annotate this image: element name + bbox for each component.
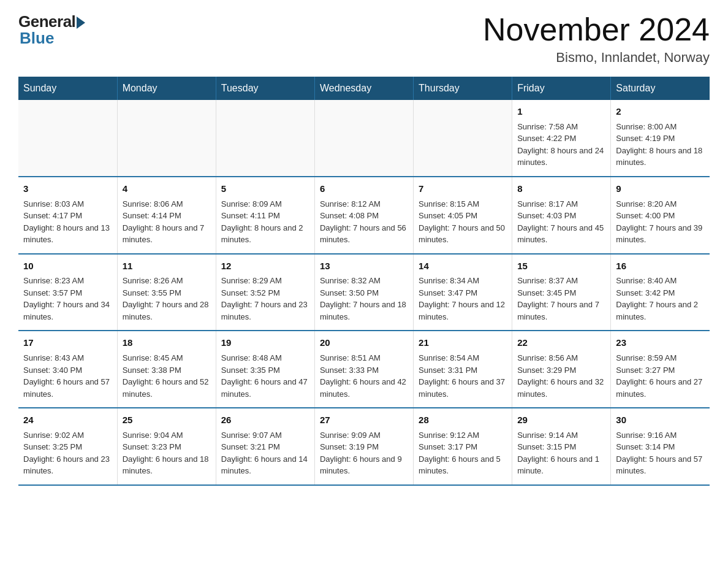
header-day-wednesday: Wednesday xyxy=(314,77,413,100)
day-number: 17 xyxy=(23,336,112,350)
calendar-cell: 11Sunrise: 8:26 AMSunset: 3:55 PMDayligh… xyxy=(117,254,216,331)
day-number: 27 xyxy=(320,413,408,427)
day-info: Sunrise: 8:20 AMSunset: 4:00 PMDaylight:… xyxy=(616,198,705,246)
calendar-cell: 12Sunrise: 8:29 AMSunset: 3:52 PMDayligh… xyxy=(216,254,314,331)
day-info: Sunrise: 8:51 AMSunset: 3:33 PMDaylight:… xyxy=(320,352,408,400)
calendar-week-4: 17Sunrise: 8:43 AMSunset: 3:40 PMDayligh… xyxy=(18,331,710,408)
day-number: 11 xyxy=(123,259,211,273)
calendar-week-5: 24Sunrise: 9:02 AMSunset: 3:25 PMDayligh… xyxy=(18,408,710,485)
day-info: Sunrise: 8:45 AMSunset: 3:38 PMDaylight:… xyxy=(123,352,211,400)
day-number: 24 xyxy=(23,413,112,427)
calendar-cell: 16Sunrise: 8:40 AMSunset: 3:42 PMDayligh… xyxy=(611,254,710,331)
calendar-cell: 23Sunrise: 8:59 AMSunset: 3:27 PMDayligh… xyxy=(611,331,710,408)
day-info: Sunrise: 8:03 AMSunset: 4:17 PMDaylight:… xyxy=(23,198,112,246)
day-info: Sunrise: 8:59 AMSunset: 3:27 PMDaylight:… xyxy=(616,352,705,400)
day-number: 5 xyxy=(221,182,309,196)
day-number: 10 xyxy=(23,259,112,273)
calendar-cell xyxy=(18,100,117,177)
day-info: Sunrise: 9:07 AMSunset: 3:21 PMDaylight:… xyxy=(221,429,309,477)
header-day-saturday: Saturday xyxy=(611,77,710,100)
header-day-sunday: Sunday xyxy=(18,77,117,100)
day-number: 30 xyxy=(616,413,705,427)
calendar-cell: 15Sunrise: 8:37 AMSunset: 3:45 PMDayligh… xyxy=(512,254,611,331)
day-info: Sunrise: 8:29 AMSunset: 3:52 PMDaylight:… xyxy=(221,275,309,323)
calendar-cell: 2Sunrise: 8:00 AMSunset: 4:19 PMDaylight… xyxy=(611,100,710,177)
calendar-cell: 28Sunrise: 9:12 AMSunset: 3:17 PMDayligh… xyxy=(414,408,512,485)
day-number: 23 xyxy=(616,336,705,350)
day-info: Sunrise: 8:15 AMSunset: 4:05 PMDaylight:… xyxy=(419,198,507,246)
calendar-cell: 3Sunrise: 8:03 AMSunset: 4:17 PMDaylight… xyxy=(18,177,117,254)
calendar-cell: 9Sunrise: 8:20 AMSunset: 4:00 PMDaylight… xyxy=(611,177,710,254)
calendar-cell: 14Sunrise: 8:34 AMSunset: 3:47 PMDayligh… xyxy=(414,254,512,331)
calendar-cell: 6Sunrise: 8:12 AMSunset: 4:08 PMDaylight… xyxy=(314,177,413,254)
day-info: Sunrise: 8:00 AMSunset: 4:19 PMDaylight:… xyxy=(616,121,705,169)
calendar-week-2: 3Sunrise: 8:03 AMSunset: 4:17 PMDaylight… xyxy=(18,177,710,254)
day-number: 2 xyxy=(616,105,705,118)
calendar-cell: 30Sunrise: 9:16 AMSunset: 3:14 PMDayligh… xyxy=(611,408,710,485)
calendar-cell xyxy=(314,100,413,177)
day-number: 20 xyxy=(320,336,408,350)
day-number: 13 xyxy=(320,259,408,273)
day-number: 7 xyxy=(419,182,507,196)
calendar-cell: 24Sunrise: 9:02 AMSunset: 3:25 PMDayligh… xyxy=(18,408,117,485)
day-info: Sunrise: 8:56 AMSunset: 3:29 PMDaylight:… xyxy=(517,352,605,400)
day-number: 28 xyxy=(419,413,507,427)
calendar-cell xyxy=(117,100,216,177)
day-number: 8 xyxy=(517,182,605,196)
calendar-cell: 19Sunrise: 8:48 AMSunset: 3:35 PMDayligh… xyxy=(216,331,314,408)
calendar-cell: 1Sunrise: 7:58 AMSunset: 4:22 PMDaylight… xyxy=(512,100,611,177)
day-number: 22 xyxy=(517,336,605,350)
day-info: Sunrise: 8:48 AMSunset: 3:35 PMDaylight:… xyxy=(221,352,309,400)
title-block: November 2024 Bismo, Innlandet, Norway xyxy=(483,12,710,66)
logo: General Blue xyxy=(18,12,85,48)
calendar-header-row: SundayMondayTuesdayWednesdayThursdayFrid… xyxy=(18,77,710,100)
day-number: 14 xyxy=(419,259,507,273)
day-info: Sunrise: 8:43 AMSunset: 3:40 PMDaylight:… xyxy=(23,352,112,400)
calendar-cell: 20Sunrise: 8:51 AMSunset: 3:33 PMDayligh… xyxy=(314,331,413,408)
calendar-week-3: 10Sunrise: 8:23 AMSunset: 3:57 PMDayligh… xyxy=(18,254,710,331)
day-number: 19 xyxy=(221,336,309,350)
day-number: 26 xyxy=(221,413,309,427)
location-title: Bismo, Innlandet, Norway xyxy=(483,50,710,66)
day-info: Sunrise: 8:26 AMSunset: 3:55 PMDaylight:… xyxy=(123,275,211,323)
day-info: Sunrise: 9:12 AMSunset: 3:17 PMDaylight:… xyxy=(419,429,507,477)
calendar-cell xyxy=(216,100,314,177)
day-info: Sunrise: 9:04 AMSunset: 3:23 PMDaylight:… xyxy=(123,429,211,477)
calendar-cell: 10Sunrise: 8:23 AMSunset: 3:57 PMDayligh… xyxy=(18,254,117,331)
calendar-cell: 18Sunrise: 8:45 AMSunset: 3:38 PMDayligh… xyxy=(117,331,216,408)
day-number: 6 xyxy=(320,182,408,196)
calendar-cell: 8Sunrise: 8:17 AMSunset: 4:03 PMDaylight… xyxy=(512,177,611,254)
day-info: Sunrise: 9:16 AMSunset: 3:14 PMDaylight:… xyxy=(616,429,705,477)
calendar-cell: 4Sunrise: 8:06 AMSunset: 4:14 PMDaylight… xyxy=(117,177,216,254)
calendar-week-1: 1Sunrise: 7:58 AMSunset: 4:22 PMDaylight… xyxy=(18,100,710,177)
day-info: Sunrise: 8:34 AMSunset: 3:47 PMDaylight:… xyxy=(419,275,507,323)
day-info: Sunrise: 9:09 AMSunset: 3:19 PMDaylight:… xyxy=(320,429,408,477)
calendar-cell: 27Sunrise: 9:09 AMSunset: 3:19 PMDayligh… xyxy=(314,408,413,485)
calendar-cell: 26Sunrise: 9:07 AMSunset: 3:21 PMDayligh… xyxy=(216,408,314,485)
day-number: 21 xyxy=(419,336,507,350)
logo-blue-text: Blue xyxy=(20,29,54,48)
day-number: 4 xyxy=(123,182,211,196)
day-info: Sunrise: 8:37 AMSunset: 3:45 PMDaylight:… xyxy=(517,275,605,323)
logo-arrow-icon xyxy=(77,17,85,29)
day-info: Sunrise: 9:02 AMSunset: 3:25 PMDaylight:… xyxy=(23,429,112,477)
day-number: 1 xyxy=(517,105,605,118)
day-info: Sunrise: 8:12 AMSunset: 4:08 PMDaylight:… xyxy=(320,198,408,246)
day-info: Sunrise: 8:23 AMSunset: 3:57 PMDaylight:… xyxy=(23,275,112,323)
header-day-tuesday: Tuesday xyxy=(216,77,314,100)
day-info: Sunrise: 8:09 AMSunset: 4:11 PMDaylight:… xyxy=(221,198,309,246)
day-number: 3 xyxy=(23,182,112,196)
calendar-cell: 17Sunrise: 8:43 AMSunset: 3:40 PMDayligh… xyxy=(18,331,117,408)
day-number: 16 xyxy=(616,259,705,273)
calendar-cell: 21Sunrise: 8:54 AMSunset: 3:31 PMDayligh… xyxy=(414,331,512,408)
calendar-cell: 7Sunrise: 8:15 AMSunset: 4:05 PMDaylight… xyxy=(414,177,512,254)
header-day-monday: Monday xyxy=(117,77,216,100)
calendar-cell: 22Sunrise: 8:56 AMSunset: 3:29 PMDayligh… xyxy=(512,331,611,408)
calendar-table: SundayMondayTuesdayWednesdayThursdayFrid… xyxy=(18,77,710,486)
month-title: November 2024 xyxy=(483,12,710,47)
day-number: 18 xyxy=(123,336,211,350)
calendar-cell: 13Sunrise: 8:32 AMSunset: 3:50 PMDayligh… xyxy=(314,254,413,331)
day-info: Sunrise: 8:32 AMSunset: 3:50 PMDaylight:… xyxy=(320,275,408,323)
day-info: Sunrise: 8:06 AMSunset: 4:14 PMDaylight:… xyxy=(123,198,211,246)
day-info: Sunrise: 8:40 AMSunset: 3:42 PMDaylight:… xyxy=(616,275,705,323)
